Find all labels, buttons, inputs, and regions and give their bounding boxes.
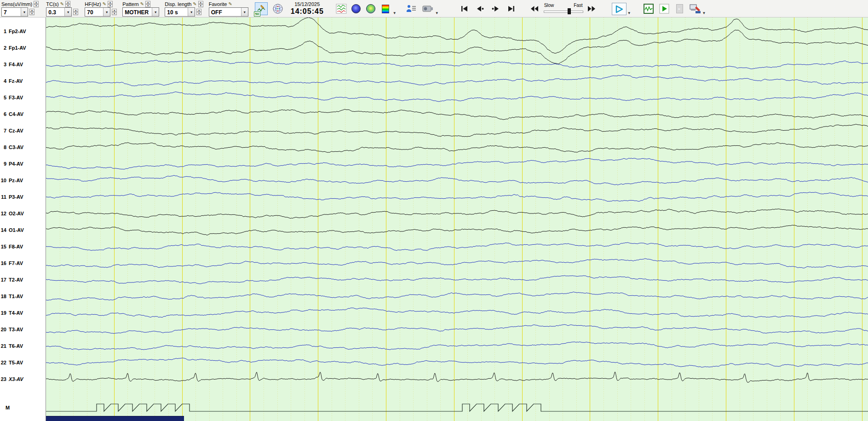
workstation-icon [689, 4, 701, 14]
display-length-combo[interactable]: 10 s ▼ [165, 7, 195, 17]
channel-label-row[interactable]: 20T3-AV [0, 326, 46, 333]
channel-label-row[interactable]: 21T6-AV [0, 343, 46, 349]
edit-pencil-icon[interactable]: ✎ [228, 2, 232, 6]
step-forward-button[interactable] [489, 2, 502, 15]
channel-label-row[interactable]: 5F3-AV [0, 94, 46, 101]
display-length-label-spinner[interactable]: ▲▼ [198, 1, 203, 7]
tc-spinner[interactable]: ▲▼ [73, 9, 78, 15]
channel-label-row[interactable]: 14O1-AV [0, 227, 46, 233]
channel-label-row[interactable]: 7Cz-AV [0, 127, 46, 134]
chevron-down-icon[interactable]: ▼ [702, 11, 706, 15]
eeg-waveform-area[interactable] [46, 17, 868, 421]
marker-channel-label: M [0, 405, 10, 410]
sensitivity-combo[interactable]: 7 ▼ [1, 7, 28, 17]
skip-to-start-button[interactable] [458, 2, 471, 15]
channel-label-row[interactable]: 19T4-AV [0, 310, 46, 316]
montage-edit-button[interactable]: 50 [255, 2, 268, 15]
channel-label-row[interactable]: 9P4-AV [0, 161, 46, 167]
edit-pencil-icon[interactable]: ✎ [103, 2, 106, 6]
edit-pencil-icon[interactable]: ✎ [193, 2, 196, 6]
channel-label-row[interactable]: 18T1-AV [0, 293, 46, 300]
step-back-icon [476, 6, 484, 12]
chevron-down-icon[interactable]: ▼ [627, 11, 631, 15]
edit-pencil-icon[interactable]: ✎ [140, 2, 144, 6]
channel-label-row[interactable]: 15F8-AV [0, 243, 46, 250]
channel-name: Pz-AV [9, 178, 23, 183]
speed-slider-thumb[interactable] [568, 8, 571, 14]
display-length-spinner[interactable]: ▲▼ [196, 9, 201, 15]
chevron-down-icon[interactable]: ▼ [21, 8, 28, 16]
spectrum-map-button[interactable] [364, 2, 377, 15]
playback-monitor-button[interactable] [658, 2, 671, 15]
chevron-down-icon[interactable]: ▼ [64, 8, 71, 16]
channel-label-row[interactable]: 3F4-AV [0, 61, 46, 68]
chevron-down-icon[interactable]: ▼ [103, 8, 110, 16]
channel-label-row[interactable]: 22T5-AV [0, 359, 46, 366]
pattern-combo[interactable]: MOTHER ▼ [122, 7, 159, 17]
channel-label-row[interactable]: 10Pz-AV [0, 177, 46, 184]
hf-label-spinner[interactable]: ▲▼ [108, 1, 113, 7]
patient-info-button[interactable] [405, 2, 418, 15]
chevron-down-icon[interactable]: ▼ [241, 8, 248, 16]
skip-to-end-button[interactable] [505, 2, 518, 15]
favorite-combo[interactable]: OFF ▼ [209, 7, 248, 17]
sensitivity-label-spinner[interactable]: ▲▼ [34, 1, 39, 7]
channel-label-row[interactable]: 23X3-AV [0, 376, 46, 382]
record-position-scrollbar-thumb[interactable] [46, 416, 184, 421]
review-station-button[interactable] [689, 2, 701, 15]
channel-label-row[interactable]: 17T2-AV [0, 277, 46, 283]
video-review-button[interactable] [421, 2, 434, 15]
play-icon [614, 5, 625, 14]
tc-combo[interactable]: 0.3 ▼ [46, 7, 72, 17]
chevron-down-icon[interactable]: ▼ [435, 11, 439, 15]
rewind-button[interactable] [528, 2, 541, 15]
channel-number: 7 [0, 128, 9, 133]
green-play-icon [659, 4, 669, 14]
fast-forward-button[interactable] [585, 2, 598, 15]
channel-name: F7-AV [9, 260, 23, 266]
chevron-down-icon[interactable]: ▼ [188, 8, 195, 16]
ac-filter-50hz-badge[interactable]: 50 [254, 12, 260, 17]
marker-channel-row[interactable]: M [0, 404, 46, 411]
channel-number: 20 [0, 327, 9, 332]
electrode-map-button[interactable] [271, 2, 284, 15]
channel-name: T4-AV [9, 310, 23, 316]
channel-label-row[interactable]: 6C4-AV [0, 111, 46, 117]
channel-number: 2 [0, 45, 9, 51]
channel-number: 10 [0, 178, 9, 183]
play-button[interactable] [612, 3, 627, 15]
waveform-view-button[interactable] [335, 2, 348, 15]
chevron-down-icon[interactable]: ▼ [152, 8, 159, 16]
channel-label-row[interactable]: 4Fz-AV [0, 78, 46, 84]
channel-name: Fp2-AV [9, 29, 26, 34]
pattern-label: Pattern [122, 1, 138, 7]
channel-label-column: M 1Fp2-AV2Fp1-AV3F4-AV4Fz-AV5F3-AV6C4-AV… [0, 17, 46, 421]
wave-monitor-button[interactable] [642, 2, 655, 15]
display-length-label: Disp. length [165, 1, 191, 7]
channel-label-row[interactable]: 11P3-AV [0, 194, 46, 200]
speed-slider[interactable]: Slow Fast [544, 3, 583, 15]
channel-label-row[interactable]: 8C3-AV [0, 144, 46, 150]
tc-label-spinner[interactable]: ▲▼ [65, 1, 70, 7]
chevron-down-icon[interactable]: ▼ [393, 11, 397, 15]
colormap-button[interactable] [379, 2, 392, 15]
hf-spinner[interactable]: ▲▼ [112, 9, 117, 15]
step-back-button[interactable] [474, 2, 487, 15]
speed-slider-track[interactable] [544, 8, 583, 15]
channel-label-row[interactable]: 12O2-AV [0, 210, 46, 217]
channel-number: 15 [0, 244, 9, 249]
channel-label-row[interactable]: 2Fp1-AV [0, 45, 46, 51]
channel-name: F8-AV [9, 244, 23, 249]
channel-number: 16 [0, 260, 9, 266]
disabled-tool-button: ▸ [676, 4, 683, 13]
channel-label-row[interactable]: 16F7-AV [0, 260, 46, 266]
topography-map-button[interactable] [350, 2, 362, 15]
sensitivity-spinner[interactable]: ▲▼ [29, 9, 34, 15]
channel-label-row[interactable]: 1Fp2-AV [0, 28, 46, 35]
channel-name: T5-AV [9, 360, 23, 365]
hf-combo[interactable]: 70 ▼ [85, 7, 110, 17]
sensitivity-label: Sens(uV/mm) [1, 1, 32, 7]
pattern-label-spinner[interactable]: ▲▼ [145, 1, 150, 7]
fast-forward-icon [587, 6, 596, 12]
edit-pencil-icon[interactable]: ✎ [60, 2, 64, 6]
